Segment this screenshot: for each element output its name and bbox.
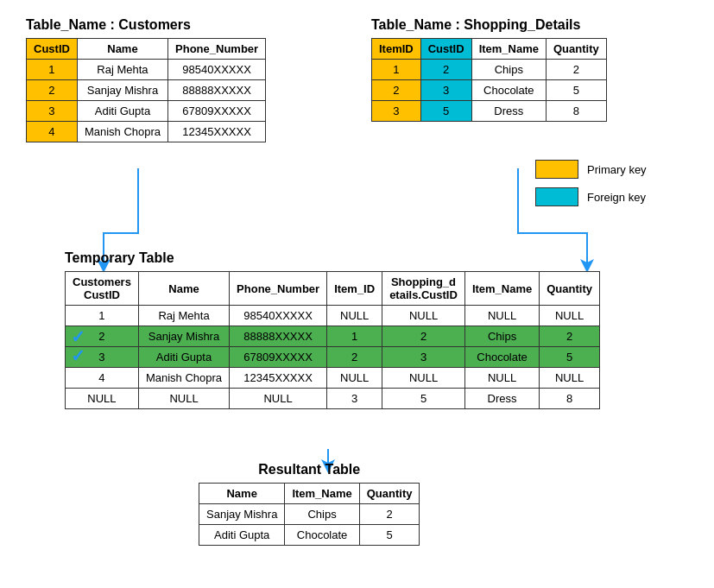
legend-foreign-box — [535, 187, 578, 206]
result-header-itemname: Item_Name — [285, 484, 359, 504]
temp-header-phone: Phone_Number — [230, 272, 327, 306]
legend-block: Primary key Foreign key — [535, 160, 647, 215]
table-cell: Chips — [464, 326, 539, 347]
table-cell: 2 — [372, 80, 421, 101]
table-cell: NULL — [464, 368, 539, 389]
table-cell: NULL — [327, 306, 382, 326]
shop-header-itemid: ItemID — [372, 39, 421, 60]
table-cell: Chocolate — [285, 525, 359, 546]
result-header-name: Name — [199, 484, 285, 504]
temp-header-custid: CustomersCustID — [66, 272, 139, 306]
table-cell: Sanjay Mishra — [199, 504, 285, 525]
table-cell: 67809XXXXX — [230, 347, 327, 368]
temp-header-name: Name — [138, 272, 229, 306]
table-cell: NULL — [138, 389, 229, 409]
table-cell: Raj Mehta — [138, 306, 229, 326]
table-cell: 2 — [382, 326, 465, 347]
table-cell: 2 — [359, 504, 420, 525]
table-cell: Dress — [471, 101, 546, 122]
temp-table-block: Temporary Table CustomersCustID Name Pho… — [65, 250, 600, 409]
table-cell: 5 — [382, 389, 465, 409]
table-cell: 4 — [27, 122, 78, 142]
table-cell: 1 — [327, 326, 382, 347]
table-cell: 3 — [372, 101, 421, 122]
table-cell: Sanjay Mishra — [77, 80, 167, 101]
table-cell: Chips — [285, 504, 359, 525]
temp-table: CustomersCustID Name Phone_Number Item_I… — [65, 271, 600, 409]
table-cell: 2 — [327, 347, 382, 368]
table-cell: 3 — [420, 80, 471, 101]
table-cell: Manish Chopra — [138, 368, 229, 389]
table-cell: 88888XXXXX — [230, 326, 327, 347]
table-cell: 5 — [420, 101, 471, 122]
temp-table-title: Temporary Table — [65, 250, 600, 266]
table-cell: Chocolate — [471, 80, 546, 101]
table-cell: Sanjay Mishra — [138, 326, 229, 347]
table-cell: Raj Mehta — [77, 60, 167, 80]
table-cell: 98540XXXXX — [230, 306, 327, 326]
table-cell: 1 — [27, 60, 78, 80]
table-cell: 5 — [547, 80, 607, 101]
result-table-title: Resultant Table — [199, 462, 420, 477]
table-cell: 88888XXXXX — [168, 80, 266, 101]
legend-primary-label: Primary key — [587, 163, 647, 176]
checkmark-row3: ✓ — [71, 345, 85, 366]
table-cell: 2 — [27, 80, 78, 101]
table-cell: 3 — [27, 101, 78, 122]
legend-foreign-label: Foreign key — [587, 191, 646, 204]
customers-table-title: Table_Name : Customers — [26, 17, 266, 33]
temp-header-quantity: Quantity — [540, 272, 600, 306]
table-cell: 8 — [547, 101, 607, 122]
legend-foreign: Foreign key — [535, 187, 647, 206]
cust-header-phone: Phone_Number — [168, 39, 266, 60]
table-cell: 12345XXXXX — [230, 368, 327, 389]
table-cell: 4 — [66, 368, 139, 389]
legend-primary-box — [535, 160, 578, 179]
result-table: Name Item_Name Quantity Sanjay MishraChi… — [199, 483, 420, 546]
table-cell: Aditi Gupta — [77, 101, 167, 122]
table-cell: 2 — [540, 326, 600, 347]
table-cell: NULL — [540, 368, 600, 389]
table-cell: NULL — [230, 389, 327, 409]
table-cell: 98540XXXXX — [168, 60, 266, 80]
table-cell: Dress — [464, 389, 539, 409]
shopping-table-block: Table_Name : Shopping_Details ItemID Cus… — [371, 17, 607, 122]
table-cell: NULL — [382, 368, 465, 389]
table-cell: NULL — [540, 306, 600, 326]
table-cell: 2 — [420, 60, 471, 80]
table-cell: Chocolate — [464, 347, 539, 368]
table-cell: 3 — [327, 389, 382, 409]
table-cell: 67809XXXXX — [168, 101, 266, 122]
cust-header-name: Name — [77, 39, 167, 60]
shop-header-quantity: Quantity — [547, 39, 607, 60]
table-cell: NULL — [464, 306, 539, 326]
table-cell: 12345XXXXX — [168, 122, 266, 142]
temp-header-shopcustid: Shopping_details.CustID — [382, 272, 465, 306]
temp-header-itemname: Item_Name — [464, 272, 539, 306]
customers-table-block: Table_Name : Customers CustID Name Phone… — [26, 17, 266, 142]
table-cell: 2 — [547, 60, 607, 80]
table-cell: 5 — [540, 347, 600, 368]
shopping-table: ItemID CustID Item_Name Quantity 12Chips… — [371, 38, 607, 122]
legend-primary: Primary key — [535, 160, 647, 179]
table-cell: NULL — [327, 368, 382, 389]
table-cell: 8 — [540, 389, 600, 409]
table-cell: 1 — [372, 60, 421, 80]
table-cell: 1 — [66, 306, 139, 326]
table-cell: NULL — [66, 389, 139, 409]
table-cell: Manish Chopra — [77, 122, 167, 142]
shop-header-custid: CustID — [420, 39, 471, 60]
cust-header-custid: CustID — [27, 39, 78, 60]
result-header-quantity: Quantity — [359, 484, 420, 504]
table-cell: Chips — [471, 60, 546, 80]
shopping-table-title: Table_Name : Shopping_Details — [371, 17, 607, 33]
table-cell: NULL — [382, 306, 465, 326]
customers-table: CustID Name Phone_Number 1Raj Mehta98540… — [26, 38, 266, 142]
temp-header-itemid: Item_ID — [327, 272, 382, 306]
result-table-block: Resultant Table Name Item_Name Quantity … — [199, 462, 420, 546]
table-cell: 3 — [382, 347, 465, 368]
table-cell: 5 — [359, 525, 420, 546]
table-cell: Aditi Gupta — [138, 347, 229, 368]
checkmark-row2: ✓ — [71, 326, 85, 347]
table-cell: Aditi Gupta — [199, 525, 285, 546]
